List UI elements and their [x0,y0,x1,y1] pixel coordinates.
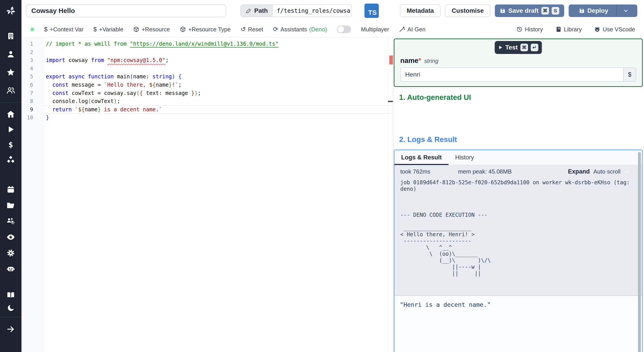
code-line[interactable]: 2 [22,48,393,56]
play-icon [498,45,503,50]
play-icon[interactable] [6,125,15,134]
wand-icon [399,26,405,33]
eye-icon[interactable] [6,233,15,242]
users-icon[interactable] [6,86,15,95]
arg-type: string [424,58,438,65]
mem-peak: mem peak: 45.08MB [458,168,512,175]
left-sidebar: $ [0,0,22,352]
run-status-row: took 762ms mem peak: 45.08MB Expand Auto… [394,165,642,178]
script-title-input[interactable] [26,4,226,17]
args-card: Test ⌘ ↵ name* string $ [394,39,643,87]
error-marker [389,56,393,65]
multiplayer-label: Multiplayer [361,26,389,33]
star-icon[interactable] [6,68,15,77]
run-duration: took 762ms [400,168,430,175]
cube-icon [180,26,186,33]
tab-history[interactable]: History [448,150,481,165]
ai-gen-button[interactable]: AI Gen [399,26,426,33]
vscode-icon [594,26,600,33]
check-icon[interactable] [624,168,630,174]
code-line[interactable]: 9 return `${name} is a decent name.` [22,105,393,114]
cmd-keycap: ⌘ [541,7,549,15]
user-icon[interactable] [6,50,15,59]
cmd-keycap: ⌘ [520,44,528,51]
expand-button[interactable]: Expand [568,168,590,175]
content: 1// import * as wmill from "https://deno… [22,38,644,352]
metadata-button[interactable]: Metadata [400,5,440,17]
book-icon[interactable] [6,290,15,299]
add-context-var-button[interactable]: $+Context Var [44,26,84,33]
s-keycap: S [552,7,559,15]
section-logs-result: 2. Logs & Result [399,135,643,144]
folder-icon[interactable] [6,201,15,210]
building-icon[interactable] [6,32,15,41]
code-line[interactable]: 3import cowsay from "npm:cowsay@1.5.0"; [22,56,393,65]
calendar-icon[interactable] [6,185,15,194]
clock-history-icon [516,26,522,33]
robot-icon[interactable] [6,264,15,273]
main-area: Path f/testing_roles/cowsa TS Metadata C… [22,0,644,352]
user-group-gear-icon[interactable] [6,217,15,226]
home-icon[interactable] [6,110,15,119]
code-line[interactable]: 5export async function main(name: string… [22,73,393,81]
code-line[interactable]: 1// import * as wmill from "https://deno… [22,40,393,48]
sidebar-divider [0,317,22,317]
code-line[interactable]: 8 console.log(cowText); [22,97,393,105]
logs-panel: Logs & Result History took 762ms mem pea… [394,149,643,352]
deploy-dropdown[interactable] [620,5,632,17]
gear-icon[interactable] [6,249,15,258]
save-icon [579,8,585,14]
editor-toolbar: $+Context Var $+Variable +Resource +Reso… [22,21,644,38]
code-line[interactable]: 6 const message = `Hello there, ${name}!… [22,81,393,89]
result-output[interactable]: "Henri is a decent name." [394,295,642,352]
moon-icon[interactable] [6,303,15,312]
reset-button[interactable]: ↺Reset [240,26,263,33]
arg-input-row: $ [400,67,636,82]
use-vscode-button[interactable]: Use VScode [594,26,635,33]
save-icon [500,8,506,14]
deploy-button[interactable]: Deploy [569,5,637,17]
save-draft-button[interactable]: Save draft ⌘ S [495,5,564,17]
code-line[interactable]: 4 [22,65,393,73]
assistants-button[interactable]: ⟳Assistants(Deno) [273,26,327,33]
windmill-logo[interactable] [0,0,22,21]
code-line[interactable]: 7 const cowText = cowsay.say({ text: mes… [22,89,393,97]
arg-label-row: name* string [400,57,642,65]
dollar-icon: $ [44,26,48,33]
library-button[interactable]: Library [556,26,582,33]
pencil-icon [246,8,252,14]
tab-logs-result[interactable]: Logs & Result [394,150,448,165]
cubes-icon[interactable] [6,155,15,164]
path-value[interactable]: f/testing_roles/cowsa [273,5,352,17]
test-button[interactable]: Test ⌘ ↵ [495,41,542,54]
path-button[interactable]: Path f/testing_roles/cowsa [240,5,352,17]
add-variable-button[interactable]: $+Variable [93,26,123,33]
typescript-badge: TS [364,4,379,18]
path-label: Path [254,7,268,14]
logs-scrollbar[interactable] [638,152,641,352]
add-resource-type-button[interactable]: +Resource Type [180,26,231,33]
code-editor[interactable]: 1// import * as wmill from "https://deno… [22,38,393,352]
chevron-down-icon [623,8,629,14]
overview-ruler [388,38,388,352]
required-asterisk: * [418,57,421,65]
add-resource-button[interactable]: +Resource [133,26,170,33]
dollar-icon[interactable]: $ [6,140,15,149]
logs-tabs: Logs & Result History [394,150,642,165]
cursor-marker [388,101,393,102]
arrow-right-icon[interactable] [6,325,15,334]
autoscroll-label[interactable]: Auto scroll [594,168,620,175]
assistants-lang: (Deno) [309,26,327,33]
arg-value-input[interactable] [401,68,623,81]
history-button[interactable]: History [516,26,543,33]
sync-icon: ⟳ [273,26,278,33]
section-auto-generated-ui: 1. Auto-generated UI [399,93,643,102]
customise-button[interactable]: Customise [445,5,490,17]
multiplayer-toggle[interactable] [337,26,351,33]
insert-variable-button[interactable]: $ [623,68,636,81]
cube-icon [133,26,139,33]
deploy-separator [616,5,617,17]
header: Path f/testing_roles/cowsa TS Metadata C… [22,0,644,21]
job-log-output[interactable]: job 0189d64f-812b-525e-f020-652bd9da1100… [394,178,642,295]
code-line[interactable]: 10} [22,113,393,122]
